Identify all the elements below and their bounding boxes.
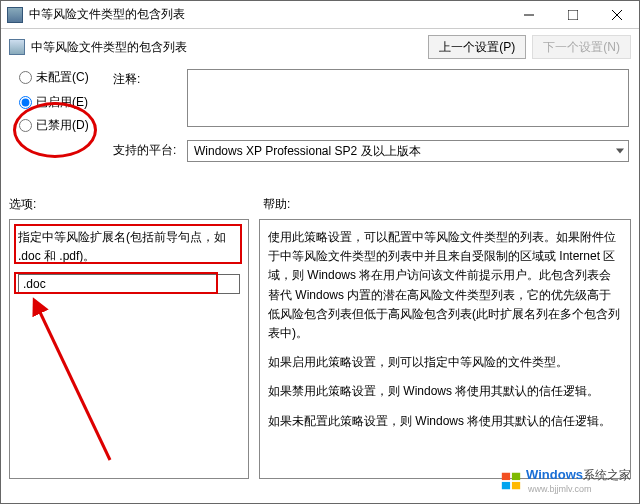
- radio-not-configured-label: 未配置(C): [36, 69, 89, 86]
- panels: 指定中等风险扩展名(包括前导句点，如 .doc 和 .pdf)。 .doc: [1, 219, 639, 487]
- platform-value: Windows XP Professional SP2 及以上版本: [194, 143, 421, 160]
- help-label: 帮助:: [251, 196, 639, 213]
- dialog-window: 中等风险文件类型的包含列表 中等风险文件类型的包含列表 上一个设置(P) 下一个…: [0, 0, 640, 504]
- radio-disabled-input[interactable]: [19, 119, 32, 132]
- section-labels: 选项: 帮助:: [1, 196, 639, 213]
- svg-line-0: [38, 308, 110, 460]
- extensions-input-value: .doc: [23, 275, 46, 294]
- prev-setting-button[interactable]: 上一个设置(P): [428, 35, 526, 59]
- policy-title: 中等风险文件类型的包含列表: [31, 39, 187, 56]
- policy-icon: [9, 39, 25, 55]
- window-controls: [507, 1, 639, 28]
- help-p2: 如果启用此策略设置，则可以指定中等风险的文件类型。: [268, 353, 622, 372]
- help-p4: 如果未配置此策略设置，则 Windows 将使用其默认的信任逻辑。: [268, 412, 622, 431]
- titlebar: 中等风险文件类型的包含列表: [1, 1, 639, 29]
- minimize-button[interactable]: [507, 1, 551, 28]
- platform-dropdown[interactable]: Windows XP Professional SP2 及以上版本: [187, 140, 629, 162]
- help-p3: 如果禁用此策略设置，则 Windows 将使用其默认的信任逻辑。: [268, 382, 622, 401]
- annotation-label: 注释:: [113, 69, 183, 88]
- radio-enabled[interactable]: 已启用(E): [19, 94, 109, 111]
- annotation-red-arrow: [30, 300, 150, 470]
- options-panel: 指定中等风险扩展名(包括前导句点，如 .doc 和 .pdf)。 .doc: [9, 219, 249, 479]
- window-title: 中等风险文件类型的包含列表: [29, 6, 507, 23]
- radio-disabled-label: 已禁用(D): [36, 117, 89, 134]
- config-area: 未配置(C) 已启用(E) 已禁用(D) 注释: 支持的平台: Windows …: [1, 65, 639, 172]
- annotation-textarea[interactable]: [187, 69, 629, 127]
- radio-disabled[interactable]: 已禁用(D): [19, 117, 109, 134]
- help-p1: 使用此策略设置，可以配置中等风险文件类型的列表。如果附件位于中等风险文件类型的列…: [268, 228, 622, 343]
- radio-not-configured-input[interactable]: [19, 71, 32, 84]
- options-instruction: 指定中等风险扩展名(包括前导句点，如 .doc 和 .pdf)。: [18, 228, 240, 266]
- help-panel: 使用此策略设置，可以配置中等风险文件类型的列表。如果附件位于中等风险文件类型的列…: [259, 219, 631, 479]
- radio-enabled-input[interactable]: [19, 96, 32, 109]
- next-setting-button: 下一个设置(N): [532, 35, 631, 59]
- close-button[interactable]: [595, 1, 639, 28]
- radio-not-configured[interactable]: 未配置(C): [19, 69, 109, 86]
- app-icon: [7, 7, 23, 23]
- extensions-input[interactable]: .doc: [18, 274, 240, 294]
- platform-label: 支持的平台:: [113, 140, 183, 159]
- subheader: 中等风险文件类型的包含列表 上一个设置(P) 下一个设置(N): [1, 29, 639, 65]
- maximize-button[interactable]: [551, 1, 595, 28]
- options-label: 选项:: [1, 196, 251, 213]
- radio-enabled-label: 已启用(E): [36, 94, 88, 111]
